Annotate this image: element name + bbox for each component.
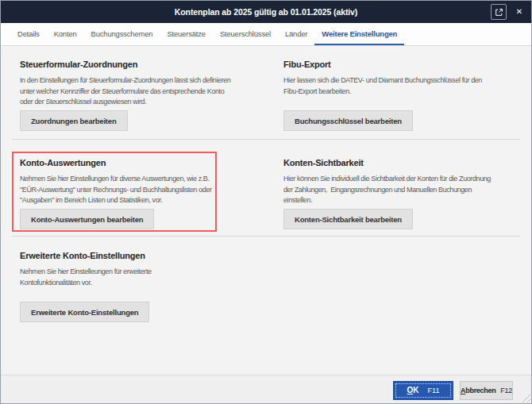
erweiterte-konto-einstellungen-button[interactable]: Erweiterte Konto-Einstellungen xyxy=(20,302,149,322)
titlebar: Kontenplan ab 2025 gültig ab 01.01.2025 … xyxy=(1,1,531,23)
section-description: Nehmen Sie hier Einstellungen für divers… xyxy=(20,174,276,206)
close-icon: ✕ xyxy=(516,7,522,16)
empty-cell xyxy=(283,251,512,324)
section-fibu-export: Fibu-Export Hier lassen sich die DATEV- … xyxy=(283,60,512,133)
footer-bar: OK F11 Abbrechen F12 xyxy=(1,375,531,404)
section-erweiterte-konto-einstellungen: Erweiterte Konto-Einstellungen Nehmen Si… xyxy=(20,251,276,324)
section-title: Erweiterte Konto-Einstellungen xyxy=(20,251,276,260)
section-description: Hier können Sie individuell die Sichtbar… xyxy=(283,174,512,206)
section-title: Konto-Auswertungen xyxy=(20,158,276,167)
close-button[interactable]: ✕ xyxy=(512,4,526,20)
titlebar-buttons: ✕ xyxy=(491,1,526,23)
row-2: Konto-Auswertungen Nehmen Sie hier Einst… xyxy=(1,158,531,231)
content-area: Steuerformular-Zuordnungen In den Einste… xyxy=(1,46,531,375)
tab-konten[interactable]: Konten xyxy=(47,23,84,45)
konten-sichtbarkeit-bearbeiten-button[interactable]: Konten-Sichtbarkeit bearbeiten xyxy=(283,209,413,229)
ok-button-fkey: F11 xyxy=(428,387,440,394)
divider xyxy=(12,236,520,237)
tabbar: Details Konten Buchungsschemen Steuersät… xyxy=(1,23,531,46)
section-title: Fibu-Export xyxy=(283,60,512,69)
cancel-button[interactable]: Abbrechen F12 xyxy=(460,381,513,400)
zuordnungen-bearbeiten-button[interactable]: Zuordnungen bearbeiten xyxy=(20,110,128,131)
section-konten-sichtbarkeit: Konten-Sichtbarkeit Hier können Sie indi… xyxy=(283,158,512,231)
row-3: Erweiterte Konto-Einstellungen Nehmen Si… xyxy=(1,251,531,324)
section-title: Konten-Sichtbarkeit xyxy=(283,158,512,167)
section-description: Nehmen Sie hier Einstelleungen für erwei… xyxy=(20,267,276,288)
cancel-button-fkey: F12 xyxy=(500,387,512,394)
tab-buchungsschemen[interactable]: Buchungsschemen xyxy=(84,23,160,45)
open-in-new-window-icon xyxy=(495,8,503,17)
divider xyxy=(12,139,520,140)
tab-details[interactable]: Details xyxy=(10,23,47,45)
section-description: In den Einstellungen für Steuerformular-… xyxy=(20,75,276,108)
section-steuerformular-zuordnungen: Steuerformular-Zuordnungen In den Einste… xyxy=(20,60,276,133)
row-1: Steuerformular-Zuordnungen In den Einste… xyxy=(1,60,531,133)
section-description: Hier lassen sich die DATEV- und Diamant … xyxy=(283,75,512,97)
tab-laender[interactable]: Länder xyxy=(278,23,314,45)
kontenplan-dialog: Kontenplan ab 2025 gültig ab 01.01.2025 … xyxy=(0,0,532,404)
popout-button[interactable] xyxy=(491,4,507,20)
ok-button-label: OK xyxy=(407,386,419,394)
buchungsschluessel-bearbeiten-button[interactable]: Buchungsschlüssel bearbeiten xyxy=(283,110,413,131)
dialog-title: Kontenplan ab 2025 gültig ab 01.01.2025 … xyxy=(175,7,357,17)
cancel-button-label: Abbrechen xyxy=(461,387,495,394)
section-title: Steuerformular-Zuordnungen xyxy=(20,60,276,69)
tab-steuerschluessel[interactable]: Steuerschlüssel xyxy=(213,23,278,45)
konto-auswertungen-bearbeiten-button[interactable]: Konto-Auswertungen bearbeiten xyxy=(20,209,154,229)
section-konto-auswertungen: Konto-Auswertungen Nehmen Sie hier Einst… xyxy=(20,158,276,231)
tab-weitere-einstellungen[interactable]: Weitere Einstellungen xyxy=(314,23,404,45)
ok-button[interactable]: OK F11 xyxy=(393,381,453,400)
tab-steuersaetze[interactable]: Steuersätze xyxy=(160,23,213,45)
